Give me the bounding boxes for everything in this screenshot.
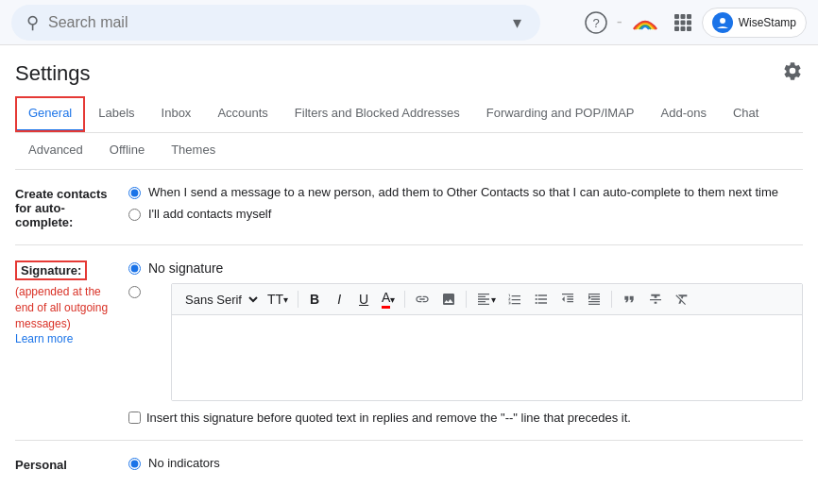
text-color-dropdown-arrow: ▾ <box>390 294 395 305</box>
signature-row: Signature: (appended at the end of all o… <box>15 245 803 441</box>
svg-rect-8 <box>674 26 679 31</box>
signature-label-wrap: Signature: (appended at the end of all o… <box>15 260 128 347</box>
insert-signature-label: Insert this signature before quoted text… <box>146 411 631 425</box>
create-contacts-content: When I send a message to a new person, a… <box>128 185 803 228</box>
indent-more-icon <box>587 292 602 307</box>
settings-container: Settings General Labels Inbox Accounts F… <box>0 45 818 493</box>
font-size-dropdown-arrow: ▾ <box>283 294 288 305</box>
apps-grid-button[interactable] <box>668 8 698 38</box>
svg-rect-3 <box>680 14 685 19</box>
tab-filters[interactable]: Filters and Blocked Addresses <box>281 96 473 132</box>
apps-grid-icon <box>673 13 692 32</box>
signature-second-radio-row: Sans Serif TT ▾ B <box>128 283 803 401</box>
indent-less-button[interactable] <box>555 288 580 311</box>
personal-label: Personal <box>15 456 128 472</box>
strikethrough-button[interactable] <box>643 288 668 311</box>
search-dropdown-button[interactable]: ▾ <box>509 12 525 33</box>
create-contacts-radio2[interactable] <box>128 209 141 221</box>
quote-button[interactable] <box>617 288 641 311</box>
rainbow-icon <box>632 14 658 31</box>
svg-rect-4 <box>687 14 691 19</box>
svg-rect-2 <box>674 14 679 19</box>
no-indicators-radio[interactable] <box>128 458 141 470</box>
indent-more-button[interactable] <box>582 288 606 311</box>
create-contacts-option1-row: When I send a message to a new person, a… <box>128 185 803 199</box>
svg-rect-5 <box>674 20 679 25</box>
search-input[interactable] <box>48 14 509 31</box>
tab-forwarding[interactable]: Forwarding and POP/IMAP <box>473 96 648 132</box>
signature-second-radio[interactable] <box>128 286 141 298</box>
indent-less-icon <box>560 292 575 307</box>
personal-content: No indicators <box>128 456 803 478</box>
link-icon <box>415 292 430 307</box>
tab-addons[interactable]: Add-ons <box>648 96 720 132</box>
tab-themes[interactable]: Themes <box>158 133 229 169</box>
toolbar-sep3 <box>466 291 467 308</box>
font-family-select[interactable]: Sans Serif <box>178 290 261 310</box>
svg-rect-7 <box>687 20 691 25</box>
image-button[interactable] <box>436 288 461 311</box>
topbar-right: ? - <box>579 6 807 40</box>
italic-button[interactable]: I <box>328 288 350 311</box>
strikethrough-icon <box>648 292 663 307</box>
font-size-icon: TT <box>267 292 283 307</box>
signature-learn-more-link[interactable]: Learn more <box>15 332 73 345</box>
no-indicators-label: No indicators <box>148 456 220 470</box>
create-contacts-row: Create contacts for auto-complete: When … <box>15 170 803 245</box>
image-icon <box>441 292 456 307</box>
text-color-button[interactable]: A ▾ <box>377 288 400 311</box>
bold-icon: B <box>310 292 319 307</box>
personal-row: Personal No indicators <box>15 441 803 493</box>
wisestamp-avatar-icon <box>716 16 729 29</box>
tab-offline[interactable]: Offline <box>96 133 158 169</box>
svg-rect-9 <box>680 26 685 31</box>
settings-title: Settings <box>15 61 91 86</box>
remove-format-button[interactable] <box>670 288 694 311</box>
create-contacts-radio1[interactable] <box>128 187 141 199</box>
insert-signature-checkbox[interactable] <box>128 412 141 424</box>
no-signature-label: No signature <box>148 260 223 276</box>
create-contacts-label: Create contacts for auto-complete: <box>15 185 128 229</box>
insert-signature-row: Insert this signature before quoted text… <box>128 411 803 425</box>
topbar: ⚲ ▾ ? - <box>0 0 818 45</box>
tab-general[interactable]: General <box>15 96 85 132</box>
gear-icon <box>782 60 803 81</box>
align-button[interactable]: ▾ <box>471 288 501 311</box>
avatar <box>712 12 733 33</box>
no-signature-radio[interactable] <box>128 262 141 275</box>
wisestamp-label: WiseStamp <box>739 16 796 29</box>
tab-accounts[interactable]: Accounts <box>204 96 281 132</box>
search-icon: ⚲ <box>26 12 39 33</box>
bold-button[interactable]: B <box>303 288 326 311</box>
create-contacts-option1-text: When I send a message to a new person, a… <box>148 185 778 199</box>
rainbow-icon-button[interactable] <box>626 8 664 37</box>
tabs-row1: General Labels Inbox Accounts Filters an… <box>15 96 803 133</box>
wisestamp-button[interactable]: WiseStamp <box>702 8 807 38</box>
numbered-list-button[interactable] <box>503 288 527 311</box>
tab-chat[interactable]: Chat <box>720 96 772 132</box>
svg-point-11 <box>720 18 725 24</box>
no-indicators-row: No indicators <box>128 456 803 470</box>
content-area: Create contacts for auto-complete: When … <box>15 170 803 493</box>
gear-icon-button[interactable] <box>782 60 803 87</box>
link-button[interactable] <box>410 288 435 311</box>
svg-rect-6 <box>680 20 685 25</box>
signature-editor-body[interactable] <box>172 315 802 400</box>
tab-inbox[interactable]: Inbox <box>148 96 205 132</box>
settings-header: Settings <box>15 45 803 96</box>
tab-advanced[interactable]: Advanced <box>15 133 96 169</box>
bullet-list-button[interactable] <box>529 288 554 311</box>
signature-editor-wrap: No signature Sans Serif <box>128 260 803 425</box>
account-circle-icon: ? <box>585 11 607 34</box>
font-size-button[interactable]: TT ▾ <box>263 288 293 311</box>
toolbar-sep4 <box>611 291 612 308</box>
editor-toolbar: Sans Serif TT ▾ B <box>172 284 802 315</box>
italic-icon: I <box>337 292 341 307</box>
search-box: ⚲ ▾ <box>11 5 540 41</box>
bullet-list-icon <box>534 292 549 307</box>
tab-labels[interactable]: Labels <box>85 96 147 132</box>
underline-button[interactable]: U <box>352 288 375 311</box>
account-icon-button[interactable]: ? <box>579 6 613 40</box>
signature-label-main: Signature: <box>15 260 87 280</box>
align-icon <box>476 292 491 307</box>
